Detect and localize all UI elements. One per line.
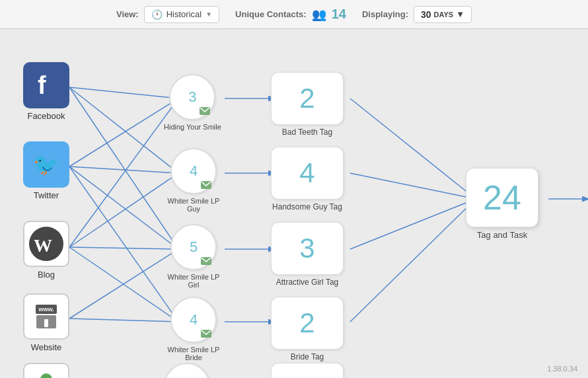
unique-contacts-label: Unique Contacts: xyxy=(235,9,307,19)
website-icon: www. xyxy=(23,293,69,340)
svg-line-10 xyxy=(69,247,178,322)
bad-teeth-count: 2 xyxy=(299,85,314,112)
blog-label: Blog xyxy=(38,270,55,280)
tag-bride[interactable]: 2 Bride Tag xyxy=(271,297,344,361)
result-node[interactable]: 24 Tag and Task xyxy=(466,168,538,240)
bad-teeth-box: 2 xyxy=(271,72,344,125)
mid-whiter-guy[interactable]: 4 Whiter Smile LP Guy xyxy=(164,148,223,213)
hiding-label: Hiding Your Smile xyxy=(164,123,221,131)
mid-hiding[interactable]: 3 Hiding Your Smile xyxy=(164,74,221,131)
svg-line-11 xyxy=(69,319,178,322)
version-text: 1.38.0.34 xyxy=(547,365,577,373)
facebook-icon: f xyxy=(23,62,69,108)
whiter-guy-email-icon xyxy=(201,181,211,189)
whiter-bride-label: Whiter Smile LP Bride xyxy=(164,346,223,361)
result-box: 24 xyxy=(466,168,538,227)
tag-handsome-guy[interactable]: 4 Handsome Guy Tag xyxy=(271,147,344,211)
view-group: View: 🕐 Historical ▼ xyxy=(116,6,219,23)
whiter-bride-count: 4 xyxy=(190,311,198,328)
view-dropdown[interactable]: 🕐 Historical ▼ xyxy=(144,6,219,23)
mid-whiter-girl[interactable]: 5 Whiter Smile LP Girl xyxy=(164,224,223,289)
last-circle: 0 xyxy=(164,363,210,378)
person-icon xyxy=(23,363,69,378)
svg-line-4 xyxy=(69,167,178,173)
svg-line-20 xyxy=(350,199,476,322)
svg-text:f: f xyxy=(38,71,46,99)
handsome-guy-label: Handsome Guy Tag xyxy=(272,202,342,211)
last-tag-box: 0 xyxy=(271,363,344,378)
attractive-girl-label: Attractive Girl Tag xyxy=(276,278,338,287)
blog-icon: W xyxy=(23,221,69,267)
last-tag-count: 0 xyxy=(299,375,314,378)
contacts-icon: 👥 xyxy=(312,7,326,22)
bride-label: Bride Tag xyxy=(291,352,324,361)
whiter-girl-count: 5 xyxy=(190,239,198,256)
view-label: View: xyxy=(116,9,139,19)
svg-line-1 xyxy=(69,87,178,173)
tag-attractive-girl[interactable]: 3 Attractive Girl Tag xyxy=(271,222,344,287)
whiter-guy-count: 4 xyxy=(190,163,198,180)
attractive-girl-count: 3 xyxy=(299,235,314,262)
attractive-girl-box: 3 xyxy=(271,222,344,275)
displaying-days: 30 xyxy=(421,9,431,20)
unique-contacts-group: Unique Contacts: 👥 14 xyxy=(235,7,346,22)
result-count: 24 xyxy=(483,180,521,215)
svg-text:W: W xyxy=(34,235,52,256)
whiter-girl-circle: 5 xyxy=(170,224,217,270)
svg-line-0 xyxy=(69,87,178,98)
flow-canvas: f Facebook 🐦 Twitter W Blog www. xyxy=(0,29,588,378)
svg-line-17 xyxy=(350,98,476,199)
svg-line-8 xyxy=(69,98,178,247)
svg-line-2 xyxy=(69,87,178,249)
displaying-dropdown[interactable]: 30 DAYS ▼ xyxy=(414,6,472,23)
source-person[interactable] xyxy=(20,363,73,378)
hiding-email-icon xyxy=(200,107,210,115)
result-label: Tag and Task xyxy=(477,230,527,240)
svg-line-12 xyxy=(69,249,178,319)
displaying-label: Displaying: xyxy=(362,9,408,19)
toolbar: View: 🕐 Historical ▼ Unique Contacts: 👥 … xyxy=(0,0,588,29)
tag-bad-teeth[interactable]: 2 Bad Teeth Tag xyxy=(271,72,344,137)
tag-last[interactable]: 0 xyxy=(271,363,344,378)
whiter-bride-email-icon xyxy=(201,330,211,338)
bride-box: 2 xyxy=(271,297,344,350)
view-value: Historical xyxy=(166,9,202,19)
displaying-group: Displaying: 30 DAYS ▼ xyxy=(362,6,472,23)
svg-line-7 xyxy=(69,247,178,249)
source-twitter[interactable]: 🐦 Twitter xyxy=(20,141,73,200)
view-dropdown-arrow: ▼ xyxy=(205,11,212,18)
whiter-bride-circle: 4 xyxy=(170,297,217,343)
svg-text:🐦: 🐦 xyxy=(33,152,59,177)
mid-whiter-bride[interactable]: 4 Whiter Smile LP Bride xyxy=(164,297,223,361)
handsome-guy-box: 4 xyxy=(271,147,344,200)
source-website[interactable]: www. Website xyxy=(20,293,73,352)
whiter-girl-email-icon xyxy=(201,257,211,265)
source-blog[interactable]: W Blog xyxy=(20,221,73,280)
svg-point-26 xyxy=(40,373,52,378)
whiter-guy-circle: 4 xyxy=(170,148,217,194)
unique-contacts-count: 14 xyxy=(332,7,346,22)
svg-line-19 xyxy=(350,199,476,249)
twitter-label: Twitter xyxy=(34,190,59,200)
displaying-dropdown-arrow: ▼ xyxy=(456,9,464,19)
svg-line-6 xyxy=(69,167,178,322)
handsome-guy-count: 4 xyxy=(299,159,314,187)
svg-line-18 xyxy=(350,173,476,199)
whiter-girl-label: Whiter Smile LP Girl xyxy=(164,273,223,289)
bad-teeth-label: Bad Teeth Tag xyxy=(282,128,332,137)
source-facebook[interactable]: f Facebook xyxy=(20,62,73,121)
twitter-icon: 🐦 xyxy=(23,141,69,188)
hiding-circle: 3 xyxy=(169,74,215,120)
svg-line-9 xyxy=(69,173,178,247)
facebook-label: Facebook xyxy=(27,111,65,121)
svg-line-5 xyxy=(69,167,178,249)
bride-count: 2 xyxy=(299,309,314,337)
mid-last[interactable]: 0 xyxy=(164,363,210,378)
svg-line-3 xyxy=(69,98,178,167)
whiter-guy-label: Whiter Smile LP Guy xyxy=(164,197,223,213)
hiding-count: 3 xyxy=(188,89,196,106)
displaying-days-label: DAYS xyxy=(434,11,454,19)
website-label: Website xyxy=(31,342,62,352)
